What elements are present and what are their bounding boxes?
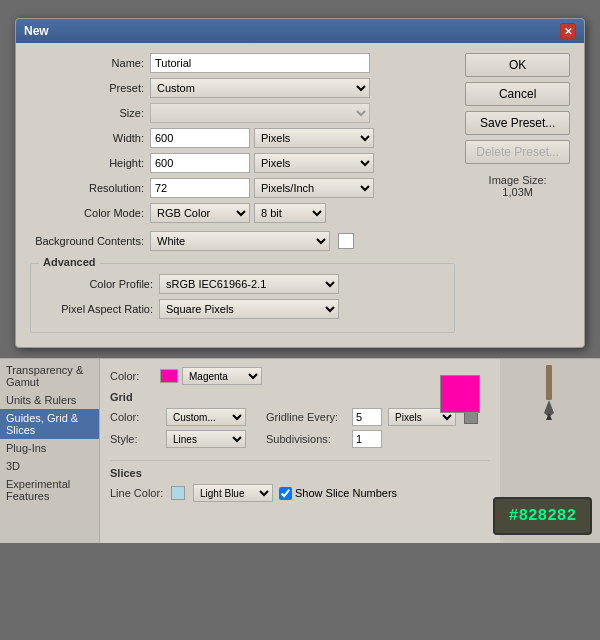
- subdivisions-label: Subdivisions:: [266, 433, 346, 445]
- bottom-right-area: #828282: [500, 359, 600, 543]
- grid-row1: Color: Custom... Gridline Every: Pixels: [110, 408, 490, 430]
- new-dialog: New ✕ Name: Preset: Custom Size:: [15, 18, 585, 348]
- grid-section: Grid Color: Custom... Gridline Every: Pi…: [110, 391, 490, 452]
- height-unit-select[interactable]: Pixels: [254, 153, 374, 173]
- background-select[interactable]: White: [150, 231, 330, 251]
- line-color-label: Line Color:: [110, 487, 165, 499]
- image-size-value: 1,03M: [465, 186, 570, 198]
- width-label: Width:: [30, 132, 150, 144]
- gridline-input[interactable]: [352, 408, 382, 426]
- sidebar-item-guides[interactable]: Guides, Grid & Slices: [0, 409, 99, 439]
- line-color-select[interactable]: Light Blue: [193, 484, 273, 502]
- color-row: Color: Magenta: [110, 367, 490, 385]
- save-preset-button[interactable]: Save Preset...: [465, 111, 570, 135]
- advanced-group: Advanced Color Profile: sRGB IEC61966-2.…: [30, 263, 455, 333]
- color-value-select[interactable]: Magenta: [182, 367, 262, 385]
- resolution-unit-select[interactable]: Pixels/Inch: [254, 178, 374, 198]
- background-label: Background Contents:: [30, 235, 150, 247]
- sidebar-item-units[interactable]: Units & Rulers: [0, 391, 99, 409]
- dialog-body: Name: Preset: Custom Size: Width:: [16, 43, 584, 347]
- name-label: Name:: [30, 57, 150, 69]
- hex-badge: #828282: [493, 497, 592, 535]
- resolution-input[interactable]: [150, 178, 250, 198]
- color-swatch-magenta: [160, 369, 178, 383]
- color-profile-row: Color Profile: sRGB IEC61966-2.1: [39, 274, 446, 294]
- grid-title: Grid: [110, 391, 490, 403]
- dialog-titlebar: New ✕: [16, 19, 584, 43]
- width-row: Width: Pixels: [30, 128, 455, 148]
- name-input[interactable]: [150, 53, 370, 73]
- size-label: Size:: [30, 107, 150, 119]
- color-profile-select[interactable]: sRGB IEC61966-2.1: [159, 274, 339, 294]
- preset-label: Preset:: [30, 82, 150, 94]
- color-mode-select[interactable]: RGB Color: [150, 203, 250, 223]
- height-inputs: Pixels: [150, 153, 374, 173]
- image-size-label: Image Size:: [465, 174, 570, 186]
- gridline-label: Gridline Every:: [266, 411, 346, 423]
- pixel-aspect-select[interactable]: Square Pixels: [159, 299, 339, 319]
- grid-row2: Style: Lines Subdivisions:: [110, 430, 490, 452]
- advanced-label: Advanced: [39, 256, 100, 268]
- subdivisions-input[interactable]: [352, 430, 382, 448]
- slices-title: Slices: [110, 467, 490, 479]
- dialog-title: New: [24, 24, 49, 38]
- resolution-label: Resolution:: [30, 182, 150, 194]
- color-label: Color:: [110, 370, 160, 382]
- pixel-aspect-label: Pixel Aspect Ratio:: [39, 303, 159, 315]
- sidebar-item-plugins[interactable]: Plug-Ins: [0, 439, 99, 457]
- sidebar-item-transparency[interactable]: Transparency & Gamut: [0, 361, 99, 391]
- sidebar-item-3d[interactable]: 3D: [0, 457, 99, 475]
- width-input[interactable]: [150, 128, 250, 148]
- sidebar: Transparency & Gamut Units & Rulers Guid…: [0, 359, 100, 543]
- style-row: Style: Lines: [110, 430, 246, 448]
- width-inputs: Pixels: [150, 128, 374, 148]
- dialog-right: OK Cancel Save Preset... Delete Preset..…: [465, 53, 570, 333]
- size-select: [150, 103, 370, 123]
- delete-preset-button: Delete Preset...: [465, 140, 570, 164]
- dialog-close-button[interactable]: ✕: [560, 23, 576, 39]
- name-row: Name:: [30, 53, 455, 73]
- background-inputs: White: [150, 231, 354, 251]
- preset-select[interactable]: Custom: [150, 78, 370, 98]
- style-select[interactable]: Lines: [166, 430, 246, 448]
- color-profile-label: Color Profile:: [39, 278, 159, 290]
- ok-button[interactable]: OK: [465, 53, 570, 77]
- color-swatch-big: [440, 375, 480, 413]
- bit-depth-select[interactable]: 8 bit: [254, 203, 326, 223]
- cursor-icon: [534, 365, 564, 420]
- grid-color-row: Color: Custom...: [110, 408, 246, 426]
- show-numbers-checkbox[interactable]: [279, 487, 292, 500]
- dialog-actions: OK Cancel Save Preset... Delete Preset..…: [465, 53, 570, 164]
- cancel-button[interactable]: Cancel: [465, 82, 570, 106]
- color-mode-row: Color Mode: RGB Color 8 bit: [30, 203, 455, 223]
- grid-color-label: Color:: [110, 411, 160, 423]
- line-color-swatch: [171, 486, 185, 500]
- dialog-form: Name: Preset: Custom Size: Width:: [30, 53, 455, 333]
- bottom-panel: Transparency & Gamut Units & Rulers Guid…: [0, 358, 600, 543]
- resolution-row: Resolution: Pixels/Inch: [30, 178, 455, 198]
- preset-row: Preset: Custom: [30, 78, 455, 98]
- slices-row: Line Color: Light Blue Show Slice Number…: [110, 484, 490, 502]
- width-unit-select[interactable]: Pixels: [254, 128, 374, 148]
- sidebar-item-experimental[interactable]: Experimental Features: [0, 475, 99, 505]
- background-row: Background Contents: White: [30, 231, 455, 251]
- style-label: Style:: [110, 433, 160, 445]
- height-row: Height: Pixels: [30, 153, 455, 173]
- background-swatch: [338, 233, 354, 249]
- slices-section: Slices Line Color: Light Blue Show Slice…: [110, 460, 490, 502]
- height-label: Height:: [30, 157, 150, 169]
- height-input[interactable]: [150, 153, 250, 173]
- panel-content: Color: Magenta Grid Color: Custom... Gri…: [100, 359, 500, 543]
- resolution-inputs: Pixels/Inch: [150, 178, 374, 198]
- color-mode-label: Color Mode:: [30, 207, 150, 219]
- color-mode-inputs: RGB Color 8 bit: [150, 203, 326, 223]
- size-row: Size:: [30, 103, 455, 123]
- svg-rect-0: [546, 365, 552, 400]
- show-numbers-label: Show Slice Numbers: [279, 487, 397, 500]
- pixel-aspect-row: Pixel Aspect Ratio: Square Pixels: [39, 299, 446, 319]
- grid-color-select[interactable]: Custom...: [166, 408, 246, 426]
- image-size-info: Image Size: 1,03M: [465, 174, 570, 198]
- subdivisions-row: Subdivisions:: [266, 430, 382, 448]
